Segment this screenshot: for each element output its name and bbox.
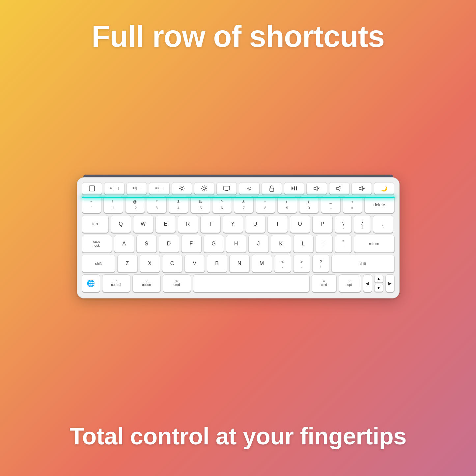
- key-rbracket[interactable]: }]: [354, 215, 371, 233]
- page-subtitle: Total control at your fingertips: [70, 423, 406, 450]
- key-b[interactable]: B: [207, 255, 227, 272]
- svg-line-12: [180, 190, 180, 190]
- svg-rect-0: [89, 186, 95, 191]
- key-plus-equals[interactable]: + =: [343, 196, 362, 213]
- zxcv-row: shift Z X C V B N M <, >. ?/ shift: [82, 255, 395, 272]
- key-desktop-2[interactable]: ✱2: [126, 182, 147, 195]
- key-f[interactable]: F: [181, 235, 202, 253]
- key-delete[interactable]: delete: [364, 196, 395, 213]
- key-i[interactable]: I: [267, 215, 288, 233]
- key-desktop-1[interactable]: ✱1: [104, 182, 125, 195]
- asdf-row: capslock A S D F G H J K L :; "' return: [82, 235, 395, 253]
- key-r[interactable]: R: [178, 215, 198, 233]
- key-lt-comma[interactable]: <,: [274, 255, 291, 272]
- key-backslash[interactable]: |\: [373, 215, 393, 233]
- key-minus-underscore[interactable]: _ -: [321, 196, 341, 213]
- key-k[interactable]: K: [271, 235, 291, 253]
- key-caret-6[interactable]: ^ 6: [212, 196, 232, 213]
- key-o[interactable]: O: [290, 215, 310, 233]
- svg-line-21: [202, 190, 203, 191]
- key-colon[interactable]: :;: [316, 235, 333, 253]
- key-display[interactable]: [216, 182, 237, 195]
- svg-marker-28: [314, 186, 317, 191]
- key-d[interactable]: D: [159, 235, 179, 253]
- key-quote[interactable]: "': [335, 235, 352, 253]
- key-cmd-right[interactable]: ⌘ cmd: [312, 274, 337, 292]
- keyboard-wrapper: ✱1 ✱2 ✱3: [77, 177, 400, 298]
- key-star-8[interactable]: * 8: [256, 196, 275, 213]
- key-shift-right[interactable]: shift: [331, 255, 395, 272]
- key-w[interactable]: W: [133, 215, 154, 233]
- keyboard: ✱1 ✱2 ✱3: [77, 177, 400, 298]
- key-lparen-9[interactable]: ( 9: [277, 196, 297, 213]
- key-amp-7[interactable]: & 7: [234, 196, 254, 213]
- svg-rect-26: [294, 186, 295, 190]
- key-play-pause[interactable]: [284, 182, 304, 195]
- key-vol-up[interactable]: [351, 182, 372, 195]
- key-arrow-down[interactable]: ▼: [374, 284, 383, 292]
- key-y[interactable]: Y: [223, 215, 243, 233]
- fn-row: ✱1 ✱2 ✱3: [82, 182, 395, 195]
- qwerty-row: tab Q W E R T Y U I O P {[ }] |\: [82, 215, 395, 233]
- svg-marker-32: [359, 186, 362, 191]
- key-lock[interactable]: [262, 182, 282, 195]
- key-arrow-up[interactable]: ▲: [374, 275, 383, 283]
- key-tilde-grave[interactable]: ~ `: [82, 196, 101, 213]
- key-sleep[interactable]: 🌙: [374, 182, 394, 195]
- key-tab[interactable]: tab: [82, 215, 109, 233]
- key-lbracket[interactable]: {[: [335, 215, 352, 233]
- key-control[interactable]: ^ control: [102, 274, 130, 292]
- key-e[interactable]: E: [155, 215, 176, 233]
- key-dollar-4[interactable]: $ 4: [169, 196, 188, 213]
- key-m[interactable]: M: [252, 255, 272, 272]
- key-emoji[interactable]: ☺: [239, 182, 259, 195]
- key-s[interactable]: S: [136, 235, 157, 253]
- key-desktop-3[interactable]: ✱3: [149, 182, 169, 195]
- key-g[interactable]: G: [204, 235, 224, 253]
- key-globe[interactable]: 🌐: [82, 274, 100, 292]
- key-rparen-0[interactable]: ) 0: [299, 196, 319, 213]
- key-option-left[interactable]: ⌥ option: [132, 274, 161, 292]
- svg-point-13: [203, 187, 206, 190]
- key-brightness-down[interactable]: [172, 182, 192, 195]
- key-hash-3[interactable]: # 3: [147, 196, 167, 213]
- svg-rect-1: [114, 187, 119, 190]
- key-arrow-right[interactable]: ▶: [385, 274, 395, 292]
- key-z[interactable]: Z: [117, 255, 138, 272]
- key-t[interactable]: T: [200, 215, 221, 233]
- key-shift-left[interactable]: shift: [82, 255, 115, 272]
- key-h[interactable]: H: [226, 235, 246, 253]
- key-mission-control[interactable]: [82, 182, 102, 195]
- key-return[interactable]: return: [354, 235, 395, 253]
- key-gt-period[interactable]: >.: [293, 255, 310, 272]
- key-space[interactable]: [193, 274, 310, 292]
- key-l[interactable]: L: [293, 235, 314, 253]
- key-mute[interactable]: [306, 182, 327, 195]
- key-c[interactable]: C: [162, 255, 182, 272]
- key-excl-1[interactable]: ! 1: [103, 196, 123, 213]
- key-opt-right[interactable]: ⌥ opt: [339, 274, 361, 292]
- key-n[interactable]: N: [229, 255, 250, 272]
- num-row: ~ ` ! 1 @ 2: [82, 196, 395, 213]
- svg-rect-3: [159, 187, 163, 190]
- key-vol-down[interactable]: [329, 182, 350, 195]
- key-brightness-up[interactable]: [194, 182, 214, 195]
- key-percent-5[interactable]: % 5: [190, 196, 210, 213]
- key-a[interactable]: A: [114, 235, 134, 253]
- key-cmd-left[interactable]: ⌘ cmd: [163, 274, 191, 292]
- key-q[interactable]: Q: [111, 215, 131, 233]
- key-arrow-left[interactable]: ◀: [363, 274, 372, 292]
- svg-marker-31: [337, 186, 340, 191]
- svg-rect-24: [270, 188, 274, 191]
- key-u[interactable]: U: [245, 215, 266, 233]
- key-v[interactable]: V: [184, 255, 205, 272]
- key-x[interactable]: X: [140, 255, 160, 272]
- key-at-2[interactable]: @ 2: [125, 196, 145, 213]
- key-question-slash[interactable]: ?/: [312, 255, 329, 272]
- svg-rect-23: [225, 190, 228, 191]
- svg-line-10: [183, 190, 183, 190]
- key-p[interactable]: P: [312, 215, 333, 233]
- svg-rect-27: [296, 186, 297, 190]
- key-j[interactable]: J: [248, 235, 269, 253]
- key-caps-lock[interactable]: capslock: [82, 235, 112, 253]
